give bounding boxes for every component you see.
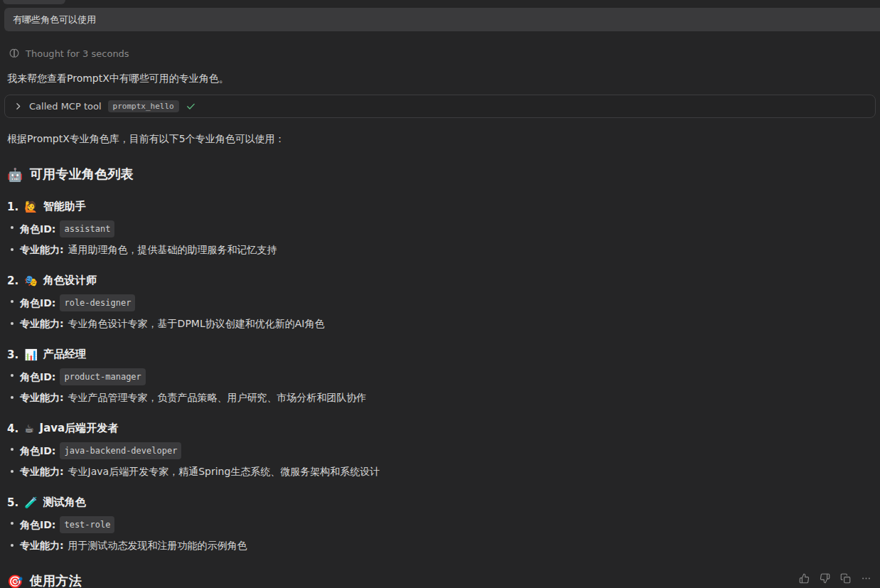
role-skill-label: 专业能力:: [20, 316, 64, 331]
role-skill-label: 专业能力:: [20, 242, 64, 257]
role-skill-text: 用于测试动态发现和注册功能的示例角色: [68, 538, 247, 552]
role-id-item: 角色ID:role-designer: [20, 294, 873, 311]
robot-icon: 🤖: [7, 167, 23, 182]
previous-message-remnant: [3, 0, 65, 4]
role-number: 1.: [7, 201, 18, 213]
role-id-code: java-backend-developer: [60, 442, 181, 459]
role-heading: 3. 📊 产品经理: [0, 348, 880, 361]
role-skill-label: 专业能力:: [20, 538, 64, 552]
thumbs-down-button[interactable]: [819, 572, 830, 584]
coffee-icon: ☕: [24, 422, 33, 435]
role-number: 3.: [7, 348, 18, 361]
role-id-label: 角色ID:: [20, 222, 55, 236]
role-skill-item: 专业能力:用于测试动态发现和注册功能的示例角色: [20, 538, 873, 552]
role-id-label: 角色ID:: [20, 296, 55, 310]
role-id-item: 角色ID:product-manager: [20, 368, 873, 385]
test-tube-icon: 🧪: [24, 496, 38, 509]
role-id-item: 角色ID:test-role: [20, 516, 873, 533]
usage-section-title: 使用方法: [30, 572, 82, 588]
role-id-label: 角色ID:: [20, 518, 55, 532]
role-number: 2.: [7, 274, 18, 287]
role-skill-item: 专业能力:通用助理角色，提供基础的助理服务和记忆支持: [20, 242, 873, 257]
role-id-label: 角色ID:: [20, 444, 55, 458]
role-name: 产品经理: [43, 348, 86, 361]
role-skill-item: 专业能力:专业Java后端开发专家，精通Spring生态系统、微服务架构和系统设…: [20, 464, 873, 479]
role-heading: 5. 🧪 测试角色: [0, 496, 880, 509]
role-id-code: assistant: [60, 220, 114, 237]
role-name: 智能助手: [43, 200, 86, 213]
role-skill-text: 通用助理角色，提供基础的助理服务和记忆支持: [68, 242, 277, 257]
bar-chart-icon: 📊: [24, 348, 38, 361]
role-props: 角色ID:java-backend-developer 专业能力:专业Java后…: [0, 442, 880, 479]
roles-section-heading: 🤖 可用专业角色列表: [0, 166, 880, 183]
role-skill-label: 专业能力:: [20, 390, 64, 405]
role-id-code: product-manager: [60, 368, 145, 385]
role-id-item: 角色ID:assistant: [20, 220, 873, 237]
mcp-tool-name-badge: promptx_hello: [108, 100, 179, 112]
check-icon: [186, 101, 196, 112]
brain-icon: [9, 48, 20, 59]
role-number: 4.: [7, 422, 18, 435]
role-heading: 2. 🎭 角色设计师: [0, 274, 880, 287]
role-skill-text: 专业角色设计专家，基于DPML协议创建和优化新的AI角色: [68, 316, 325, 331]
role-name: 测试角色: [43, 496, 86, 509]
role-name: Java后端开发者: [40, 422, 119, 435]
role-props: 角色ID:assistant 专业能力:通用助理角色，提供基础的助理服务和记忆支…: [0, 220, 880, 257]
chevron-right-icon: [14, 102, 23, 111]
raising-hand-icon: 🙋: [24, 201, 38, 213]
role-skill-text: 专业产品管理专家，负责产品策略、用户研究、市场分析和团队协作: [68, 390, 367, 405]
assistant-intro: 我来帮您查看PromptX中有哪些可用的专业角色。: [0, 71, 880, 85]
mcp-tool-label: Called MCP tool: [29, 101, 102, 112]
role-id-label: 角色ID:: [20, 370, 55, 384]
user-message-text: 有哪些角色可以使用: [13, 14, 96, 26]
assistant-lead: 根据PromptX专业角色库，目前有以下5个专业角色可以使用：: [0, 132, 880, 146]
thumbs-up-button[interactable]: [798, 572, 810, 584]
role-skill-label: 专业能力:: [20, 464, 64, 479]
role-heading: 4. ☕ Java后端开发者: [0, 422, 880, 435]
role-number: 5.: [7, 496, 18, 509]
role-id-item: 角色ID:java-backend-developer: [20, 442, 873, 459]
copy-button[interactable]: [839, 572, 851, 584]
role-skill-item: 专业能力:专业角色设计专家，基于DPML协议创建和优化新的AI角色: [20, 316, 873, 331]
masks-icon: 🎭: [24, 274, 38, 287]
role-props: 角色ID:product-manager 专业能力:专业产品管理专家，负责产品策…: [0, 368, 880, 405]
role-props: 角色ID:role-designer 专业能力:专业角色设计专家，基于DPML协…: [0, 294, 880, 331]
roles-section-title: 可用专业角色列表: [30, 166, 134, 183]
thumbs-down-icon: [820, 573, 830, 584]
thought-toggle[interactable]: Thought for 3 seconds: [9, 48, 880, 59]
mcp-tool-call[interactable]: Called MCP tool promptx_hello: [4, 95, 876, 118]
role-heading: 1. 🙋 智能助手: [0, 200, 880, 213]
more-icon: [861, 573, 871, 584]
role-name: 角色设计师: [43, 274, 97, 287]
more-button[interactable]: [860, 572, 871, 584]
user-message: 有哪些角色可以使用: [4, 8, 880, 31]
message-action-bar: [798, 572, 871, 584]
role-skill-item: 专业能力:专业产品管理专家，负责产品策略、用户研究、市场分析和团队协作: [20, 390, 873, 405]
thought-label: Thought for 3 seconds: [26, 48, 129, 59]
copy-icon: [840, 573, 851, 584]
role-id-code: test-role: [60, 516, 114, 533]
role-skill-text: 专业Java后端开发专家，精通Spring生态系统、微服务架构和系统设计: [68, 464, 380, 479]
target-icon: 🎯: [7, 574, 23, 588]
thumbs-up-icon: [799, 573, 810, 584]
role-props: 角色ID:test-role 专业能力:用于测试动态发现和注册功能的示例角色: [0, 516, 880, 552]
role-id-code: role-designer: [60, 294, 135, 311]
usage-section-heading: 🎯 使用方法: [0, 572, 880, 588]
